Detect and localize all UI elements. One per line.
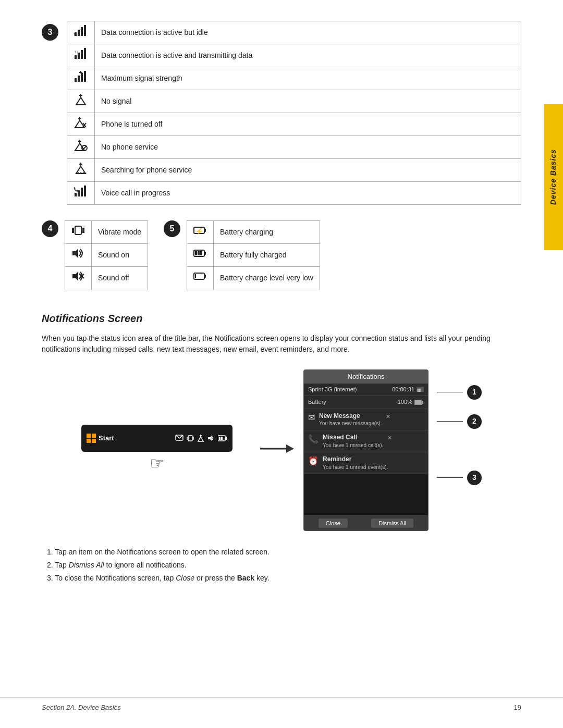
icon-cell	[187, 244, 214, 267]
step-3: 3. To close the Notifications screen, ta…	[47, 572, 521, 585]
notif-title: Notifications	[304, 370, 428, 384]
phone-off-icon	[74, 117, 88, 128]
notif-message-text: New Message You have new message(s).	[319, 412, 382, 428]
row-label: Searching for phone service	[95, 159, 521, 182]
back-bold: Back	[237, 574, 254, 582]
svg-marker-77	[286, 445, 294, 453]
section4-block: 4 V	[42, 220, 148, 290]
diagram-area: Start	[42, 369, 521, 531]
svg-rect-62	[87, 439, 91, 443]
svg-point-34	[83, 172, 84, 174]
table-row: No signal	[67, 90, 521, 113]
side-tab-label: Device Basics	[548, 149, 559, 205]
row-label: Battery fully charged	[214, 244, 320, 267]
row-label: Data connection is active but idle	[95, 21, 521, 44]
svg-rect-82	[415, 400, 421, 404]
reminder-icon: ⏰	[308, 455, 319, 467]
notif-empty-area	[304, 474, 428, 516]
table-row: No phone service	[67, 136, 521, 159]
callout-1: 1	[437, 385, 482, 400]
notif-internet-label: Sprint 3G (internet)	[308, 386, 357, 393]
callout-number-3: 3	[467, 471, 482, 485]
row-label: Phone is turned off	[95, 113, 521, 136]
notif-call-text: Missed Call You have 1 missed call(s).	[323, 433, 383, 449]
notif-internet-row: Sprint 3G (internet) 00:00:31 ▦	[304, 384, 428, 396]
svg-rect-74	[219, 437, 221, 440]
notif-message-close[interactable]: ✕	[386, 413, 390, 421]
svg-rect-2	[81, 27, 83, 36]
row-label: Battery charging	[214, 221, 320, 244]
svg-rect-3	[84, 25, 86, 36]
start-label: Start	[99, 434, 114, 443]
vibrate-icon	[71, 225, 85, 236]
no-phone-service-icon	[74, 140, 88, 151]
sound-on-icon	[71, 248, 85, 259]
battery-charging-icon: ⚡	[193, 225, 207, 236]
svg-rect-40	[75, 226, 81, 235]
finger-tap-illustration: ☞	[150, 452, 165, 475]
max-signal-icon	[74, 71, 88, 82]
notif-battery-label: Battery	[308, 398, 326, 406]
battery-icon-table: ⚡ Battery charging	[187, 220, 320, 290]
signal-status-icon	[197, 435, 204, 442]
battery-status-icon	[218, 435, 227, 441]
table-row: Maximum signal strength	[67, 67, 521, 90]
svg-rect-7	[81, 50, 83, 59]
close-italic: Close	[176, 574, 194, 582]
svg-rect-37	[81, 188, 83, 196]
svg-marker-45	[72, 249, 78, 258]
svg-rect-1	[78, 30, 80, 36]
side-tab: Device Basics	[544, 104, 563, 250]
svg-marker-71	[208, 436, 212, 441]
message-status-icon	[175, 435, 183, 442]
dismiss-all-button[interactable]: Dismiss All	[371, 519, 413, 528]
battery-notif-icon	[414, 400, 424, 405]
svg-rect-63	[92, 439, 96, 443]
row-label: No signal	[95, 90, 521, 113]
callout-number-2: 2	[467, 414, 482, 429]
table-row: Battery fully charged	[187, 244, 320, 267]
row-label: Sound on	[92, 244, 148, 267]
icon-cell	[65, 244, 92, 267]
icon-cell	[67, 113, 95, 136]
close-button[interactable]: Close	[319, 519, 348, 528]
table-row: Vibrate mode	[65, 221, 148, 244]
svg-rect-12	[75, 78, 77, 82]
svg-rect-56	[200, 251, 202, 255]
svg-rect-50	[204, 229, 206, 232]
svg-rect-53	[204, 252, 206, 255]
section5-bullet: 5	[164, 220, 180, 237]
row-label: Data connection is active and transmitti…	[95, 44, 521, 67]
table-row: 📞 Voice call in progress	[67, 182, 521, 205]
notif-footer: Close Dismiss All	[304, 516, 428, 530]
table-row: Phone is turned off	[67, 113, 521, 136]
message-icon: ✉	[308, 412, 315, 424]
svg-marker-70	[198, 437, 203, 441]
phone-taskbar: Start	[81, 425, 232, 452]
sound-status-icon	[207, 435, 215, 442]
section3-bullet: 3	[42, 24, 58, 41]
callout-3: 3	[437, 471, 482, 485]
icon-cell: 📞	[67, 182, 95, 205]
start-button: Start	[87, 434, 114, 443]
svg-rect-55	[198, 251, 200, 255]
phone-bar-container: Start	[81, 425, 232, 475]
svg-rect-15	[84, 71, 86, 82]
notifications-panel: Notifications Sprint 3G (internet) 00:00…	[303, 369, 429, 531]
data-idle-icon: ⇅	[74, 25, 88, 36]
notifications-heading: Notifications Screen	[42, 311, 521, 326]
svg-rect-54	[195, 251, 197, 255]
searching-icon	[75, 163, 87, 174]
svg-point-33	[80, 172, 82, 174]
sections45-block: 4 V	[42, 220, 521, 290]
svg-rect-14	[81, 73, 83, 82]
data-active-icon: ↑↓	[74, 48, 88, 59]
no-signal-icon	[75, 94, 87, 105]
callout-group: 1 2 3	[437, 385, 482, 485]
battery-low-icon	[193, 270, 207, 282]
section4-bullet: 4	[42, 220, 58, 237]
footer-section-label: Section 2A. Device Basics	[42, 703, 121, 712]
callout-line-3	[437, 477, 463, 478]
svg-rect-73	[225, 437, 227, 440]
notif-call-close[interactable]: ✕	[387, 434, 392, 442]
